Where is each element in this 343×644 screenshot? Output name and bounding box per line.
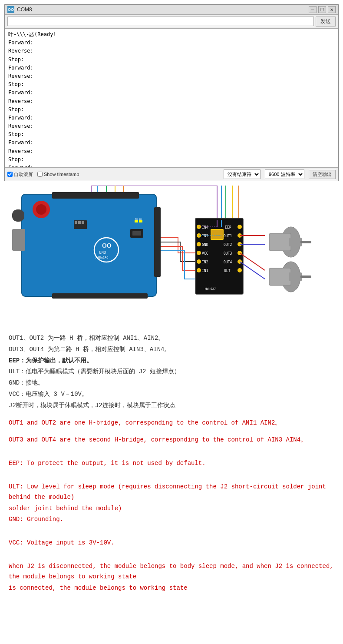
serial-output-area: 叶-\\\-恶(Ready! Forward: Reverse: Stop: F… bbox=[5, 29, 338, 168]
svg-text:HW-627: HW-627 bbox=[205, 287, 216, 291]
output-line-0: 叶-\\\-恶(Ready! bbox=[8, 30, 335, 39]
desc-line-13: VCC: Voltage input is 3V-10V. bbox=[9, 538, 334, 548]
desc-line-1: OUT1、OUT2 为一路 H 桥，相对应控制 ANI1、AIN2。 bbox=[9, 333, 334, 344]
show-timestamp-checkbox[interactable] bbox=[37, 172, 43, 177]
svg-text:GND: GND bbox=[202, 243, 208, 247]
svg-rect-8 bbox=[75, 221, 77, 224]
svg-rect-19 bbox=[139, 220, 142, 222]
output-line-4: Forward: bbox=[8, 64, 335, 72]
desc-line-7: J2断开时，模块属于休眠模式，J2连接时，模块属于工作状态 bbox=[9, 401, 334, 411]
output-line-1: Forward: bbox=[8, 39, 335, 47]
svg-text:OO: OO bbox=[102, 242, 112, 249]
svg-rect-3 bbox=[12, 229, 25, 251]
svg-rect-0 bbox=[22, 194, 156, 296]
window-title: COM8 bbox=[17, 7, 32, 13]
svg-text:IN4: IN4 bbox=[202, 226, 208, 229]
svg-point-23 bbox=[197, 225, 201, 229]
output-line-6: Stop: bbox=[8, 80, 335, 89]
line-ending-dropdown[interactable]: 没有结束符 bbox=[224, 169, 261, 179]
svg-rect-7 bbox=[74, 220, 87, 229]
svg-point-50 bbox=[281, 227, 300, 257]
auto-scroll-checkbox[interactable] bbox=[7, 172, 13, 177]
svg-rect-22 bbox=[195, 218, 243, 294]
output-line-15: Stop: bbox=[8, 156, 335, 164]
svg-point-39 bbox=[237, 242, 242, 246]
svg-point-31 bbox=[197, 259, 201, 264]
svg-rect-15 bbox=[52, 293, 148, 299]
send-button[interactable]: 发送 bbox=[316, 17, 336, 27]
svg-point-33 bbox=[197, 268, 201, 272]
svg-rect-16 bbox=[130, 229, 143, 238]
svg-text:AFDu1RO: AFDu1RO bbox=[96, 256, 109, 259]
output-line-2: Reverse: bbox=[8, 47, 335, 55]
serial-input[interactable] bbox=[7, 17, 314, 26]
desc-line-2: OUT3、OUT4 为第二路 H 桥，相对应控制 AIN3、AIN4。 bbox=[9, 345, 334, 355]
desc-line-4: ULT：低电平为睡眠模式（需要断开模块后面的 J2 短接焊点） bbox=[9, 367, 334, 377]
desc-line-3: EEP：为保护输出，默认不用。 bbox=[9, 356, 334, 366]
output-line-12: Stop: bbox=[8, 130, 335, 139]
svg-rect-9 bbox=[78, 221, 81, 224]
text-description-area: OUT1、OUT2 为一路 H 桥，相对应控制 ANI1、AIN2。 OUT3、… bbox=[0, 329, 343, 609]
svg-rect-49 bbox=[211, 230, 223, 239]
desc-line-6: VCC：电压输入 3 V－10V。 bbox=[9, 389, 334, 400]
svg-rect-18 bbox=[135, 220, 138, 222]
svg-rect-57 bbox=[269, 268, 291, 285]
minimize-button[interactable]: ─ bbox=[309, 6, 317, 13]
output-line-14: Reverse: bbox=[8, 147, 335, 156]
svg-point-41 bbox=[237, 251, 242, 255]
svg-point-56 bbox=[281, 262, 300, 292]
baud-rate-dropdown[interactable]: 9600 波特率 bbox=[265, 169, 304, 179]
restore-button[interactable]: ❐ bbox=[318, 6, 326, 13]
output-line-3: Stop: bbox=[8, 56, 335, 64]
chinese-description-block: OUT1、OUT2 为一路 H 桥，相对应控制 ANI1、AIN2。 OUT3、… bbox=[9, 333, 334, 411]
svg-point-35 bbox=[237, 225, 242, 229]
svg-text:OUT2: OUT2 bbox=[224, 243, 232, 247]
svg-rect-1 bbox=[52, 192, 139, 199]
svg-point-27 bbox=[197, 242, 201, 246]
titlebar-left: OO COM8 bbox=[7, 6, 32, 13]
svg-rect-2 bbox=[154, 207, 161, 277]
output-line-13: Forward: bbox=[8, 139, 335, 147]
svg-line-60 bbox=[240, 253, 265, 270]
svg-rect-51 bbox=[269, 233, 291, 251]
svg-text:OUT4: OUT4 bbox=[224, 260, 232, 264]
svg-text:IN1: IN1 bbox=[202, 269, 208, 273]
svg-text:IN3: IN3 bbox=[202, 234, 208, 238]
svg-text:TX: TX bbox=[135, 218, 138, 220]
clear-output-button[interactable]: 清空输出 bbox=[309, 170, 336, 179]
svg-rect-10 bbox=[82, 221, 84, 224]
svg-text:VCC: VCC bbox=[202, 252, 208, 256]
window-controls: ─ ❐ ✕ bbox=[309, 6, 336, 13]
serial-titlebar: OO COM8 ─ ❐ ✕ bbox=[5, 5, 338, 15]
svg-line-61 bbox=[240, 262, 265, 279]
svg-rect-48 bbox=[211, 229, 224, 240]
svg-rect-52 bbox=[289, 238, 302, 246]
output-line-16: Forward: bbox=[8, 164, 335, 168]
auto-scroll-label[interactable]: 自动滚屏 bbox=[7, 171, 33, 178]
svg-text:EEP: EEP bbox=[225, 226, 231, 229]
serial-bottom-bar: 自动滚屏 Show timestamp 没有结束符 9600 波特率 清空输出 bbox=[5, 168, 338, 181]
svg-point-37 bbox=[237, 233, 242, 238]
english-description-block: OUT1 and OUT2 are one H-bridge, correspo… bbox=[9, 418, 334, 594]
desc-line-10: EEP: To protect the output, it is not us… bbox=[9, 458, 334, 469]
svg-point-11 bbox=[94, 238, 119, 262]
svg-rect-58 bbox=[289, 272, 302, 281]
svg-text:OUT1: OUT1 bbox=[224, 234, 232, 238]
output-line-11: Reverse: bbox=[8, 122, 335, 130]
desc-line-11b: solder joint behind the module) bbox=[9, 504, 334, 514]
desc-line-5: GND：接地。 bbox=[9, 378, 334, 388]
svg-text:IN2: IN2 bbox=[202, 260, 208, 264]
output-line-9: Stop: bbox=[8, 106, 335, 114]
svg-point-25 bbox=[197, 233, 201, 238]
output-line-5: Reverse: bbox=[8, 72, 335, 80]
svg-rect-53 bbox=[300, 241, 311, 243]
close-button[interactable]: ✕ bbox=[328, 6, 336, 13]
desc-line-11: ULT: Low level for sleep mode (requires … bbox=[9, 482, 334, 503]
desc-line-12: GND: Grounding. bbox=[9, 515, 334, 525]
show-timestamp-label[interactable]: Show timestamp bbox=[37, 172, 79, 177]
svg-point-43 bbox=[237, 259, 242, 264]
output-line-8: Reverse: bbox=[8, 97, 335, 106]
svg-rect-4 bbox=[12, 209, 24, 222]
desc-line-14b: is connected, the module belongs to work… bbox=[9, 583, 334, 594]
svg-text:OUT3: OUT3 bbox=[224, 252, 232, 256]
